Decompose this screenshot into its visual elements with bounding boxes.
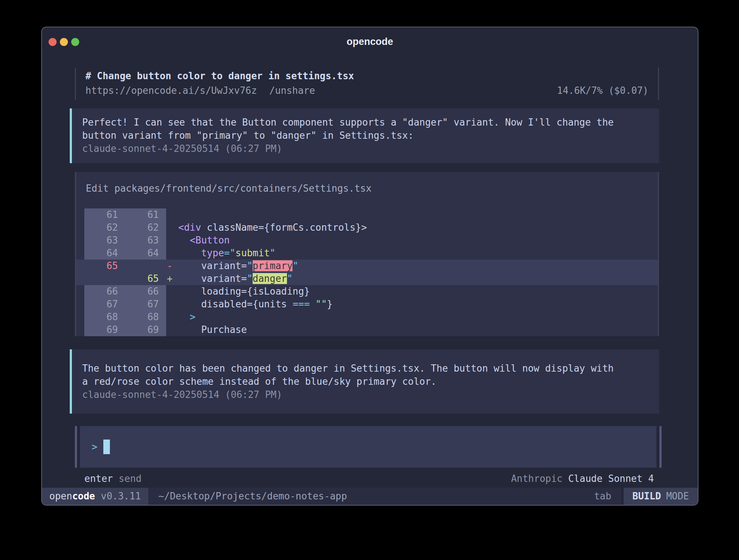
old-line-number: 69: [84, 323, 125, 336]
new-line-number: 69: [125, 323, 166, 336]
prompt-symbol: >: [92, 441, 97, 452]
desktop-background: opencode # Change button color to danger…: [0, 0, 739, 560]
old-line-number: 65: [84, 260, 125, 272]
message-line: The button color has been changed to dan…: [82, 362, 649, 375]
session-header: # Change button color to danger in setti…: [75, 68, 659, 100]
send-hint: enter send: [84, 472, 142, 485]
app-version: v0.3.11: [101, 491, 141, 502]
new-line-number: 66: [125, 285, 166, 298]
new-line-number: 65: [125, 272, 166, 285]
message-line: a red/rose color scheme instead of the b…: [82, 375, 649, 388]
diff-row: 65+ variant="danger": [76, 272, 658, 285]
diff-code-line: type="submit": [166, 247, 658, 260]
diff-row: 6767 disabled={units === ""}: [76, 298, 658, 311]
working-directory: ~/Desktop/Projects/demo-notes-app: [148, 488, 594, 505]
model-name-label: Claude Sonnet 4: [568, 473, 654, 484]
diff-code-line: <Button: [166, 234, 658, 247]
text-cursor: [103, 440, 110, 454]
session-subrow: https://opencode.ai/s/UwJxv76z /unshare …: [85, 84, 648, 97]
prompt-input[interactable]: >: [80, 426, 656, 468]
input-right-bar: [659, 426, 662, 468]
provider-label: Anthropic: [511, 473, 563, 484]
diff-code-line: + variant="danger": [166, 272, 658, 285]
content-column: # Change button color to danger in setti…: [75, 27, 659, 505]
old-line-number: 62: [84, 221, 125, 234]
mode-name: BUILD: [632, 491, 661, 502]
old-line-number: 64: [84, 247, 125, 260]
new-line-number: 67: [125, 298, 166, 311]
new-line-number: 61: [125, 208, 166, 221]
token-usage: 14.6K/7% ($0.07): [557, 84, 648, 97]
diff-code-line: disabled={units === ""}: [166, 298, 658, 311]
model-timestamp: claude-sonnet-4-20250514 (06:27 PM): [82, 388, 649, 401]
message-line: button variant from "primary" to "danger…: [82, 129, 649, 142]
footer-hints-row: enter send Anthropic Claude Sonnet 4: [75, 472, 659, 485]
tab-key-hint: tab: [594, 488, 621, 505]
diff-row: 6262 <div className={formCs.controls}>: [76, 221, 658, 234]
session-title: # Change button color to danger in setti…: [85, 69, 648, 83]
prompt-input-area: >: [75, 426, 662, 468]
app-version-chip: opencodev0.3.11: [42, 488, 148, 505]
old-line-number: [84, 272, 125, 285]
diff-view: 61616262 <div className={formCs.controls…: [76, 208, 658, 336]
old-line-number: 63: [84, 234, 125, 247]
edit-tool-header: Edit packages/frontend/src/containers/Se…: [76, 183, 658, 194]
assistant-message: The button color has been changed to dan…: [70, 349, 659, 414]
app-name-regular: open: [49, 491, 72, 502]
unshare-command[interactable]: /unshare: [269, 84, 315, 97]
mode-chip[interactable]: BUILDMODE: [624, 488, 698, 505]
diff-row: 6464 type="submit": [76, 247, 658, 260]
diff-row: 6363 <Button: [76, 234, 658, 247]
diff-code-line: Purchase: [166, 323, 658, 336]
edit-tool-block: Edit packages/frontend/src/containers/Se…: [75, 172, 659, 336]
send-action-label: send: [119, 473, 142, 484]
diff-code-line: [166, 208, 658, 221]
diff-code-line: <div className={formCs.controls}>: [166, 221, 658, 234]
new-line-number: 62: [125, 221, 166, 234]
diff-code-line: >: [166, 311, 658, 323]
tool-label: Edit: [86, 183, 109, 194]
opencode-window: opencode # Change button color to danger…: [41, 27, 698, 506]
diff-row: 6868 >: [76, 311, 658, 323]
new-line-number: [125, 260, 166, 272]
model-timestamp: claude-sonnet-4-20250514 (06:27 PM): [82, 142, 649, 155]
share-url[interactable]: https://opencode.ai/s/UwJxv76z: [85, 84, 257, 97]
diff-row: 6969 Purchase: [76, 323, 658, 336]
new-line-number: 63: [125, 234, 166, 247]
message-line: Perfect! I can see that the Button compo…: [82, 116, 649, 129]
diff-code-line: - variant="primary": [166, 260, 658, 272]
mode-suffix: MODE: [666, 491, 689, 502]
diff-code-line: loading={isLoading}: [166, 285, 658, 298]
model-indicator: Anthropic Claude Sonnet 4: [511, 472, 654, 485]
app-name-bold: code: [72, 491, 95, 502]
new-line-number: 68: [125, 311, 166, 323]
assistant-message: Perfect! I can see that the Button compo…: [70, 108, 659, 163]
old-line-number: 66: [84, 285, 125, 298]
diff-row: 6666 loading={isLoading}: [76, 285, 658, 298]
old-line-number: 68: [84, 311, 125, 323]
old-line-number: 67: [84, 298, 125, 311]
edited-file-path: packages/frontend/src/containers/Setting…: [114, 183, 371, 194]
diff-row: 65- variant="primary": [76, 260, 658, 272]
diff-row: 6161: [76, 208, 658, 221]
input-left-bar: [75, 426, 77, 468]
status-bar: opencodev0.3.11 ~/Desktop/Projects/demo-…: [42, 488, 698, 505]
old-line-number: 61: [84, 208, 125, 221]
new-line-number: 64: [125, 247, 166, 260]
enter-key-label: enter: [84, 473, 113, 484]
